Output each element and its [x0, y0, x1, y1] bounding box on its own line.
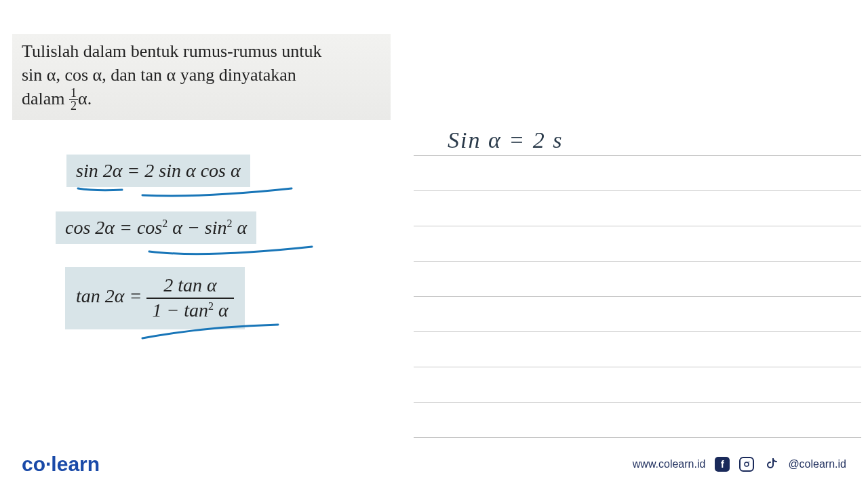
handwritten-answer: Sin α = 2 s	[448, 127, 563, 153]
underline-stroke	[136, 241, 326, 268]
instagram-icon	[739, 457, 754, 472]
formula-sin: sin 2α = 2 sin α cos α	[66, 155, 250, 187]
footer-url: www.colearn.id	[633, 458, 706, 470]
logo: co·learn	[22, 453, 100, 476]
svg-point-1	[749, 462, 750, 463]
tiktok-icon	[764, 457, 778, 472]
notebook-line	[414, 156, 861, 191]
tan-fraction: 2 tan α 1 − tan2 α	[146, 274, 233, 323]
notebook-line	[414, 367, 861, 403]
question-box: Tulislah dalam bentuk rumus-rumus untuk …	[12, 34, 391, 120]
notebook-line	[414, 262, 861, 297]
notebook-line	[414, 191, 861, 226]
formula-cos: cos 2α = cos2 α − sin2 α	[56, 211, 256, 244]
notebook-line	[414, 403, 861, 438]
footer-right: www.colearn.id f @colearn.id	[633, 457, 846, 472]
footer-handle: @colearn.id	[788, 458, 846, 470]
formula-tan: tan 2α = 2 tan α 1 − tan2 α	[65, 267, 245, 329]
question-line-3: dalam 12α.	[22, 87, 381, 113]
svg-point-0	[745, 462, 749, 466]
notebook-line	[414, 226, 861, 262]
notebook-line	[414, 332, 861, 367]
facebook-icon: f	[715, 457, 730, 472]
notebook-line	[414, 297, 861, 332]
notebook-area	[414, 121, 861, 438]
question-line-1: Tulislah dalam bentuk rumus-rumus untuk	[22, 39, 381, 63]
question-line-2: sin α, cos α, dan tan α yang dinyatakan	[22, 63, 381, 87]
fraction-half: 12	[69, 87, 78, 112]
footer: co·learn www.colearn.id f @colearn.id	[0, 453, 868, 476]
